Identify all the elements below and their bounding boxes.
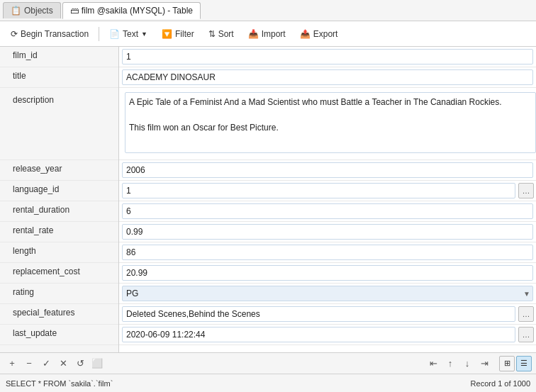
field-label-row-description: description [0,88,118,160]
filter-button[interactable]: 🔽 Filter [155,26,201,42]
input-length[interactable] [122,245,533,260]
sql-query: SELECT * FROM `sakila`.`film` [6,379,113,388]
remove-record-button[interactable]: − [21,356,37,371]
field-label-last_update: last_update [0,325,118,342]
table-icon: 🗃 [70,6,79,16]
value-row-rating: GPGPG-13RNC-17▼ [119,284,536,304]
value-row-release_year [119,160,536,181]
value-row-title [119,67,536,88]
confirm-button[interactable]: ✓ [38,356,54,371]
value-row-description [119,88,536,160]
record-count: Record 1 of 1000 [471,379,530,388]
tab-table-label: film @sakila (MYSQL) - Table [82,6,193,16]
field-label-row-special_features: special_features [0,304,118,325]
field-label-row-rental_rate: rental_rate [0,222,118,242]
nav-first-button[interactable]: ⇤ [425,356,441,371]
field-label-row-rating: rating [0,284,118,304]
transaction-icon: ⟳ [11,29,18,39]
nav-next-button[interactable]: ↓ [459,356,475,371]
field-label-rental_duration: rental_duration [0,201,118,218]
field-label-row-rental_duration: rental_duration [0,201,118,222]
sort-button[interactable]: ⇅ Sort [202,26,240,42]
field-label-row-length: length [0,242,118,263]
field-label-description: description [0,91,118,108]
value-row-replacement_cost [119,263,536,284]
tab-objects[interactable]: 📋 Objects [3,2,61,18]
value-row-rental_rate [119,222,536,242]
ellipsis-btn-last_update[interactable]: … [518,327,534,342]
field-label-row-language_id: language_id [0,181,118,201]
field-label-special_features: special_features [0,304,118,321]
field-label-row-release_year: release_year [0,160,118,181]
text-button[interactable]: 📄 Text ▼ [103,26,154,42]
export-button[interactable]: 📤 Export [294,26,345,42]
value-row-length [119,242,536,263]
value-row-special_features: … [119,304,536,325]
objects-icon: 📋 [11,6,21,16]
bottom-toolbar: + − ✓ ✕ ↺ ⬜ ⇤ ↑ ↓ ⇥ ⊞ ☰ [0,352,536,374]
field-label-replacement_cost: replacement_cost [0,263,118,280]
text-dropdown-icon: ▼ [141,30,147,38]
textarea-description[interactable] [125,92,536,153]
tab-bar: 📋 Objects 🗃 film @sakila (MYSQL) - Table [0,0,536,21]
input-replacement_cost[interactable] [122,265,533,281]
value-row-last_update: … [119,325,536,345]
field-panel: film_idtitledescriptionrelease_yearlangu… [0,47,119,352]
field-label-language_id: language_id [0,181,118,198]
input-release_year[interactable] [122,162,533,178]
text-icon: 📄 [109,29,120,39]
add-record-button[interactable]: + [4,356,20,371]
input-special_features[interactable] [122,306,515,322]
form-view-button[interactable]: ☰ [516,356,532,371]
filter-icon: 🔽 [162,29,172,39]
desc-wrapper [122,90,533,157]
field-label-release_year: release_year [0,160,118,177]
import-button[interactable]: 📥 Import [242,26,292,42]
field-label-row-film_id: film_id [0,47,118,67]
field-label-rating: rating [0,284,118,301]
value-panel: …GPGPG-13RNC-17▼…… [119,47,536,352]
field-label-row-last_update: last_update [0,325,118,345]
cancel-button[interactable]: ✕ [55,356,71,371]
export-icon: 📤 [300,29,311,39]
ellipsis-btn-special_features[interactable]: … [518,306,534,322]
field-label-title: title [0,67,118,84]
field-label-rental_rate: rental_rate [0,222,118,239]
input-rental_duration[interactable] [122,203,533,219]
input-last_update[interactable] [122,327,515,342]
toolbar: ⟳ Begin Transaction 📄 Text ▼ 🔽 Filter ⇅ … [0,21,536,47]
dropdown-wrapper-rating: GPGPG-13RNC-17▼ [122,286,533,301]
separator-1 [99,27,99,41]
value-row-language_id: … [119,181,536,201]
field-label-row-replacement_cost: replacement_cost [0,263,118,284]
input-rental_rate[interactable] [122,224,533,240]
nav-last-button[interactable]: ⇥ [476,356,492,371]
main-content: film_idtitledescriptionrelease_yearlangu… [0,47,536,352]
nav-prev-button[interactable]: ↑ [442,356,458,371]
field-label-length: length [0,242,118,259]
input-title[interactable] [122,69,533,85]
status-bar: SELECT * FROM `sakila`.`film` Record 1 o… [0,374,536,392]
field-label-film_id: film_id [0,47,118,64]
input-language_id[interactable] [122,183,515,198]
tab-table[interactable]: 🗃 film @sakila (MYSQL) - Table [62,2,201,19]
ellipsis-btn-language_id[interactable]: … [518,183,534,198]
field-label-row-title: title [0,67,118,88]
dropdown-rating[interactable]: GPGPG-13RNC-17 [122,286,533,301]
tab-objects-label: Objects [24,6,53,16]
sort-icon: ⇅ [208,29,216,39]
input-film_id[interactable] [122,49,533,65]
import-icon: 📥 [248,29,259,39]
value-row-rental_duration [119,201,536,222]
value-row-film_id [119,47,536,67]
blob-button[interactable]: ⬜ [89,356,105,371]
begin-transaction-button[interactable]: ⟳ Begin Transaction [4,26,95,42]
grid-view-button[interactable]: ⊞ [499,356,515,371]
refresh-button[interactable]: ↺ [72,356,88,371]
